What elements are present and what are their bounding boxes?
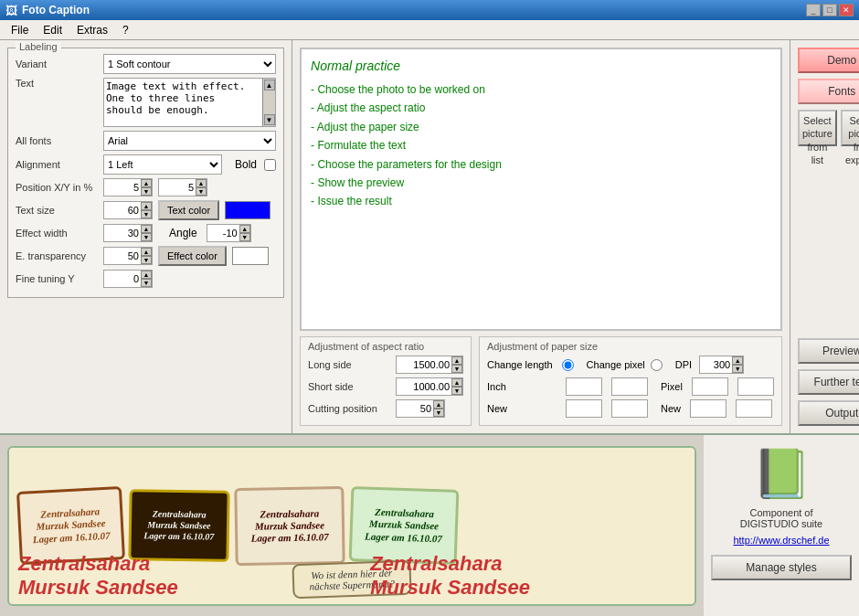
pos-x-up[interactable]: ▲ bbox=[141, 179, 152, 187]
transparency-input[interactable] bbox=[104, 250, 141, 262]
text-row: Text ▲ ▼ bbox=[16, 78, 276, 127]
textsize-row: Text size ▲ ▼ Text color bbox=[16, 200, 276, 220]
pixel-input-2[interactable] bbox=[737, 377, 774, 396]
practice-item-7: Issue the result bbox=[311, 192, 771, 210]
digistudio-component: Component of DIGISTUDIO suite bbox=[740, 507, 822, 529]
paper-change-row: Change length Change pixel DPI ▲ ▼ bbox=[487, 356, 774, 374]
new-input-3[interactable] bbox=[690, 399, 726, 418]
text-wrapper: ▲ ▼ bbox=[103, 78, 276, 127]
minimize-button[interactable]: _ bbox=[806, 4, 821, 16]
finetuning-up[interactable]: ▲ bbox=[141, 271, 152, 279]
long-side-up[interactable]: ▲ bbox=[451, 356, 462, 365]
pos-x-down[interactable]: ▼ bbox=[141, 187, 152, 196]
new-input-2[interactable] bbox=[611, 399, 648, 418]
practice-item-1: Choose the photo to be worked on bbox=[311, 80, 771, 99]
pos-x-input[interactable] bbox=[104, 181, 141, 194]
new-label-1: New bbox=[487, 403, 560, 414]
fonts-select[interactable]: Arial Times New Roman bbox=[103, 131, 276, 151]
textsize-label: Text size bbox=[16, 205, 98, 216]
effect-width-input[interactable] bbox=[104, 227, 141, 239]
textsize-up[interactable]: ▲ bbox=[141, 202, 152, 210]
menu-help[interactable]: ? bbox=[115, 22, 136, 38]
window-title: Foto Caption bbox=[22, 4, 90, 16]
preview-button[interactable]: Preview bbox=[798, 338, 859, 364]
close-button[interactable]: ✕ bbox=[839, 4, 854, 16]
inch-input-1[interactable] bbox=[566, 377, 602, 396]
fonts-label: All fonts bbox=[16, 135, 98, 146]
adjustment-sections: Adjustment of aspect ratio Long side ▲ ▼ bbox=[300, 336, 782, 426]
caption-preview-area: ZentralsaharaMurzuk SandseeLager am 16.1… bbox=[0, 435, 704, 616]
bottom-section: ZentralsaharaMurzuk SandseeLager am 16.1… bbox=[0, 433, 859, 616]
cutting-input[interactable] bbox=[397, 402, 433, 415]
maximize-button[interactable]: □ bbox=[822, 4, 837, 16]
inch-input-2[interactable] bbox=[611, 377, 648, 396]
caption-2-text: ZentralsaharaMurzuk SandseeLager am 16.1… bbox=[143, 508, 215, 542]
dpi-up[interactable]: ▲ bbox=[732, 356, 743, 365]
angle-label: Angle bbox=[169, 227, 197, 239]
menu-extras[interactable]: Extras bbox=[69, 22, 115, 38]
alignment-select[interactable]: 1 Left 2 Center 3 Right bbox=[103, 154, 222, 175]
text-label: Text bbox=[16, 78, 98, 89]
textsize-down[interactable]: ▼ bbox=[141, 210, 152, 218]
select-explorer-button[interactable]: Select picturefrom explorer bbox=[841, 110, 859, 146]
variant-select[interactable]: 1 Soft contour 2 Hard contour 3 Shadow bbox=[103, 54, 276, 74]
pixel-input-1[interactable] bbox=[692, 377, 728, 396]
short-side-btns: ▲ ▼ bbox=[451, 378, 462, 395]
text-input[interactable] bbox=[104, 79, 262, 126]
position-row: Position X/Y in % ▲ ▼ ▲ ▼ bbox=[16, 178, 276, 196]
output-button[interactable]: Output bbox=[798, 400, 859, 426]
short-side-row: Short side ▲ ▼ bbox=[308, 377, 463, 396]
short-side-up[interactable]: ▲ bbox=[451, 378, 462, 387]
bold-checkbox[interactable] bbox=[264, 159, 276, 171]
finetuning-down[interactable]: ▼ bbox=[141, 279, 152, 287]
new-input-1[interactable] bbox=[566, 399, 602, 418]
position-label: Position X/Y in % bbox=[16, 182, 98, 193]
caption-item-3: ZentralsaharaMurzuk SandseeLager am 16.1… bbox=[234, 485, 345, 565]
dpi-down[interactable]: ▼ bbox=[732, 365, 743, 373]
pos-y-down[interactable]: ▼ bbox=[196, 187, 207, 196]
practice-item-6: Show the preview bbox=[311, 174, 771, 192]
cutting-down[interactable]: ▼ bbox=[433, 409, 444, 417]
scroll-down-btn[interactable]: ▼ bbox=[264, 114, 275, 125]
finetuning-input[interactable] bbox=[104, 272, 141, 285]
further-text-button[interactable]: Further text bbox=[798, 369, 859, 395]
transparency-down[interactable]: ▼ bbox=[141, 256, 152, 264]
digistudio-url[interactable]: http://www.drschef.de bbox=[733, 535, 829, 546]
aspect-ratio-group: Adjustment of aspect ratio Long side ▲ ▼ bbox=[300, 336, 472, 426]
dpi-input[interactable] bbox=[700, 358, 732, 371]
demo-button[interactable]: Demo bbox=[798, 48, 859, 73]
effect-width-up[interactable]: ▲ bbox=[141, 225, 152, 233]
change-pixel-radio[interactable] bbox=[651, 359, 663, 371]
window-controls: _ □ ✕ bbox=[806, 4, 854, 16]
long-side-input[interactable] bbox=[397, 358, 451, 371]
long-side-down[interactable]: ▼ bbox=[451, 365, 462, 373]
short-side-down[interactable]: ▼ bbox=[451, 387, 462, 395]
cutting-up[interactable]: ▲ bbox=[433, 400, 444, 409]
pos-y-input[interactable] bbox=[159, 181, 196, 194]
new-input-4[interactable] bbox=[736, 399, 772, 418]
short-side-input[interactable] bbox=[397, 380, 451, 393]
angle-input[interactable] bbox=[207, 227, 239, 239]
pos-y-up[interactable]: ▲ bbox=[196, 179, 207, 187]
transparency-up[interactable]: ▲ bbox=[141, 248, 152, 256]
menu-file[interactable]: File bbox=[4, 22, 36, 38]
select-list-button[interactable]: Select picturefrom list bbox=[798, 110, 837, 146]
angle-up[interactable]: ▲ bbox=[239, 225, 250, 233]
textsize-input[interactable] bbox=[104, 204, 141, 217]
angle-down[interactable]: ▼ bbox=[239, 233, 250, 241]
menu-edit[interactable]: Edit bbox=[36, 22, 69, 38]
short-side-spinner: ▲ ▼ bbox=[396, 377, 463, 396]
effect-color-button[interactable]: Effect color bbox=[158, 246, 227, 266]
right-info-panel: 📗 Component of DIGISTUDIO suite http://w… bbox=[704, 435, 859, 616]
practice-item-2: Adjust the aspect ratio bbox=[311, 99, 771, 117]
effect-width-label: Effect width bbox=[16, 228, 98, 239]
long-side-spinner: ▲ ▼ bbox=[396, 356, 463, 374]
change-length-radio[interactable] bbox=[562, 359, 574, 371]
practice-title: Normal practice bbox=[311, 58, 771, 73]
text-color-button[interactable]: Text color bbox=[158, 200, 219, 220]
scroll-up-btn[interactable]: ▲ bbox=[264, 80, 275, 90]
fonts-button[interactable]: Fonts bbox=[798, 79, 859, 104]
manage-styles-button[interactable]: Manage styles bbox=[711, 555, 852, 580]
paper-size-title: Adjustment of paper size bbox=[487, 341, 774, 352]
effect-width-down[interactable]: ▼ bbox=[141, 233, 152, 241]
